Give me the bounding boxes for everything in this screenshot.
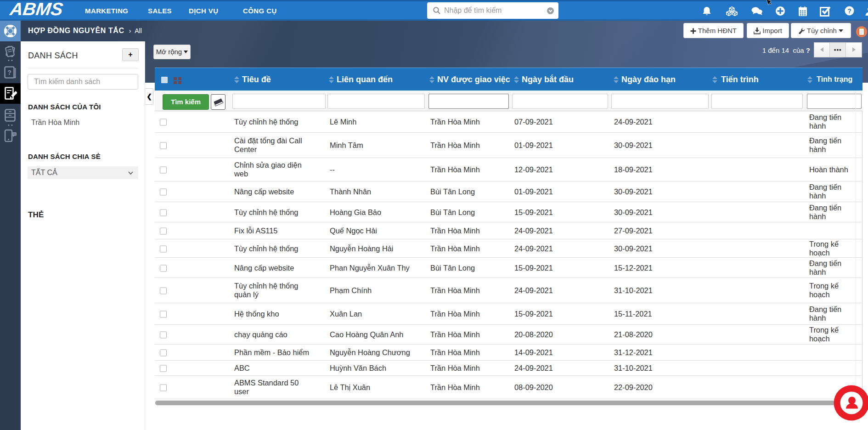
- svg-text:?: ?: [7, 69, 11, 76]
- svg-text:?: ?: [847, 7, 851, 15]
